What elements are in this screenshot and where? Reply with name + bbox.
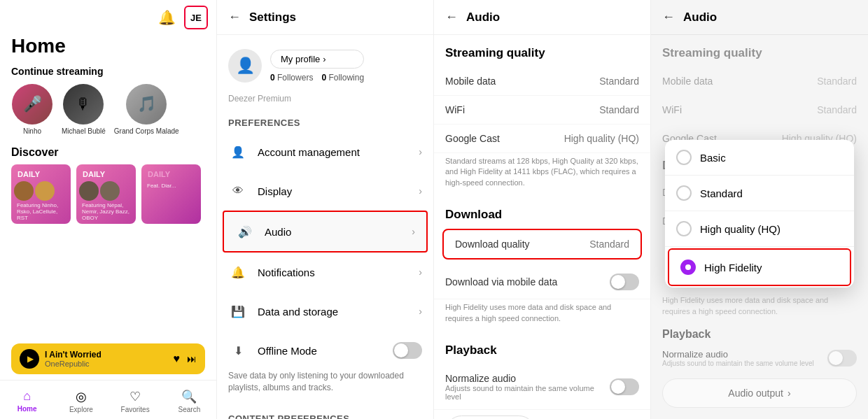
now-playing-artist: OneRepublic bbox=[45, 360, 168, 368]
radio-button[interactable] bbox=[676, 150, 692, 165]
nav-label: Explore bbox=[69, 406, 93, 413]
chevron-right-icon: › bbox=[412, 226, 415, 237]
continue-streaming-label: Continue streaming bbox=[11, 66, 205, 77]
back-button[interactable]: ← bbox=[662, 10, 675, 24]
settings-item-label: Notifications bbox=[258, 267, 409, 278]
daily-card[interactable]: DAILY Featuring Népal, Nemir, Jazzy Bazz… bbox=[76, 164, 136, 224]
streaming-quality-title: Streaming quality bbox=[651, 35, 868, 67]
mobile-data-value: Standard bbox=[817, 76, 857, 87]
nav-search[interactable]: 🔍 Search bbox=[162, 386, 216, 416]
favorite-icon[interactable]: ♥ bbox=[174, 353, 181, 365]
audio-icon: 🔊 bbox=[235, 222, 255, 241]
normalize-row[interactable]: Normalize audio Adjusts sound to maintai… bbox=[434, 364, 650, 410]
artist-item[interactable]: 🎵 Grand Corps Malade bbox=[114, 84, 179, 135]
offline-toggle[interactable] bbox=[393, 342, 422, 359]
nav-favorites[interactable]: ♡ Favorites bbox=[108, 386, 162, 416]
nav-explore[interactable]: ◎ Explore bbox=[54, 386, 108, 416]
normalize-dimmed-row: Normalize audio Adjusts sound to maintai… bbox=[651, 343, 868, 373]
mobile-data-value: Standard bbox=[599, 76, 639, 87]
streaming-note: Standard streams at 128 kbps, High Quali… bbox=[434, 153, 650, 197]
user-avatar-badge[interactable]: JE bbox=[184, 6, 208, 29]
download-mobile-row[interactable]: Download via mobile data bbox=[434, 265, 650, 299]
back-button[interactable]: ← bbox=[445, 10, 458, 24]
artist-avatar: 🎙 bbox=[63, 84, 104, 125]
chevron-right-icon: › bbox=[788, 388, 791, 399]
daily-card[interactable]: DAILY Featuring Ninho, Rsko, LaCellule, … bbox=[11, 164, 71, 224]
offline-icon: ⬇ bbox=[228, 341, 248, 360]
settings-item-label: Offline Mode bbox=[258, 345, 383, 357]
now-playing-bar[interactable]: ▶ I Ain't Worried OneRepublic ♥ ⏭ bbox=[11, 343, 205, 374]
radio-button[interactable] bbox=[676, 185, 692, 201]
audio-output-dimmed-button: Audio output › bbox=[662, 378, 857, 408]
download-quality-row[interactable]: Download quality Standard bbox=[442, 229, 642, 260]
home-icon: ⌂ bbox=[23, 389, 31, 404]
now-playing-title: I Ain't Worried bbox=[45, 350, 168, 360]
nav-label: Home bbox=[18, 405, 37, 413]
premium-badge: Deezer Premium bbox=[217, 94, 433, 104]
artist-name: Grand Corps Malade bbox=[114, 127, 179, 135]
audio-header: ← Audio bbox=[434, 0, 650, 35]
artist-item[interactable]: 🎙 Michael Bublé bbox=[62, 84, 106, 135]
my-profile-button[interactable]: My profile › bbox=[270, 50, 364, 69]
download-hf-note: High Fidelity uses more data and disk sp… bbox=[434, 299, 650, 332]
profile-info: My profile › 0 Followers 0 Following bbox=[270, 50, 364, 83]
settings-item-notifications[interactable]: 🔔 Notifications › bbox=[217, 253, 433, 292]
discover-label: Discover bbox=[11, 146, 205, 159]
daily-card[interactable]: DAILY Feat. Diar... bbox=[141, 164, 201, 224]
settings-item-account[interactable]: 👤 Account management › bbox=[217, 132, 433, 171]
audio-output-button[interactable]: Audio output › bbox=[445, 416, 536, 419]
settings-item-display[interactable]: 👁 Display › bbox=[217, 171, 433, 211]
artist-item[interactable]: 🎤 Ninho bbox=[11, 84, 53, 135]
dropdown-option-hifi[interactable]: High Fidelity bbox=[668, 248, 851, 286]
profile-stats: 0 Followers 0 Following bbox=[270, 73, 364, 83]
settings-item-data-storage[interactable]: 💾 Data and storage › bbox=[217, 292, 433, 331]
play-icon: ▶ bbox=[27, 354, 34, 364]
face-thumbnail bbox=[100, 181, 120, 201]
toggle-knob bbox=[611, 380, 625, 394]
playback-title: Playback bbox=[434, 332, 650, 364]
nav-home[interactable]: ⌂ Home bbox=[0, 386, 54, 416]
chevron-right-icon: › bbox=[419, 146, 422, 157]
radio-button-selected[interactable] bbox=[680, 260, 696, 275]
download-quality-value: Standard bbox=[589, 239, 629, 250]
google-cast-row[interactable]: Google Cast High quality (HQ) bbox=[434, 125, 650, 153]
daily-label: DAILY bbox=[79, 167, 133, 181]
download-quality-label: Download quality bbox=[455, 239, 589, 250]
artist-avatar: 🎤 bbox=[12, 84, 52, 125]
wifi-row[interactable]: WiFi Standard bbox=[434, 96, 650, 125]
radio-button[interactable] bbox=[676, 221, 692, 236]
settings-item-label: Display bbox=[258, 185, 409, 197]
back-button[interactable]: ← bbox=[228, 10, 241, 24]
option-label: Standard bbox=[700, 187, 743, 199]
play-button[interactable]: ▶ bbox=[20, 349, 39, 369]
audio-title: Audio bbox=[466, 10, 500, 24]
audio-output-label: Audio output bbox=[728, 388, 783, 399]
download-mobile-toggle[interactable] bbox=[610, 274, 639, 290]
dropdown-option-hq[interactable]: High quality (HQ) bbox=[665, 211, 854, 247]
mobile-data-label: Mobile data bbox=[445, 76, 599, 87]
download-title: Download bbox=[434, 197, 650, 229]
wifi-value: Standard bbox=[599, 104, 639, 115]
mobile-data-row[interactable]: Mobile data Standard bbox=[434, 67, 650, 96]
normalize-dimmed-label: Normalize audio bbox=[662, 349, 822, 360]
artist-avatar: 🎵 bbox=[126, 84, 167, 125]
continue-streaming-list: 🎤 Ninho 🎙 Michael Bublé 🎵 Grand Corps Ma… bbox=[11, 84, 205, 135]
dropdown-option-basic[interactable]: Basic bbox=[665, 140, 854, 176]
audio-dropdown-title: Audio bbox=[683, 10, 717, 24]
notification-bell-icon[interactable]: 🔔 bbox=[158, 9, 176, 26]
bottom-area-dimmed: High Fidelity uses more data and disk sp… bbox=[651, 292, 868, 419]
display-icon: 👁 bbox=[228, 181, 248, 201]
skip-icon[interactable]: ⏭ bbox=[187, 353, 197, 364]
option-label: Basic bbox=[700, 152, 726, 164]
notifications-icon: 🔔 bbox=[228, 262, 248, 282]
home-header: 🔔 JE bbox=[0, 0, 216, 35]
settings-item-label: Audio bbox=[265, 226, 402, 238]
artist-name: Ninho bbox=[23, 127, 41, 135]
settings-item-offline[interactable]: ⬇ Offline Mode bbox=[217, 331, 433, 370]
toggle-knob bbox=[394, 343, 408, 357]
normalize-toggle[interactable] bbox=[610, 378, 639, 395]
settings-item-audio[interactable]: 🔊 Audio › bbox=[223, 211, 428, 253]
face-thumbnail bbox=[35, 181, 55, 201]
chevron-right-icon: › bbox=[419, 306, 422, 317]
dropdown-option-standard[interactable]: Standard bbox=[665, 176, 854, 211]
